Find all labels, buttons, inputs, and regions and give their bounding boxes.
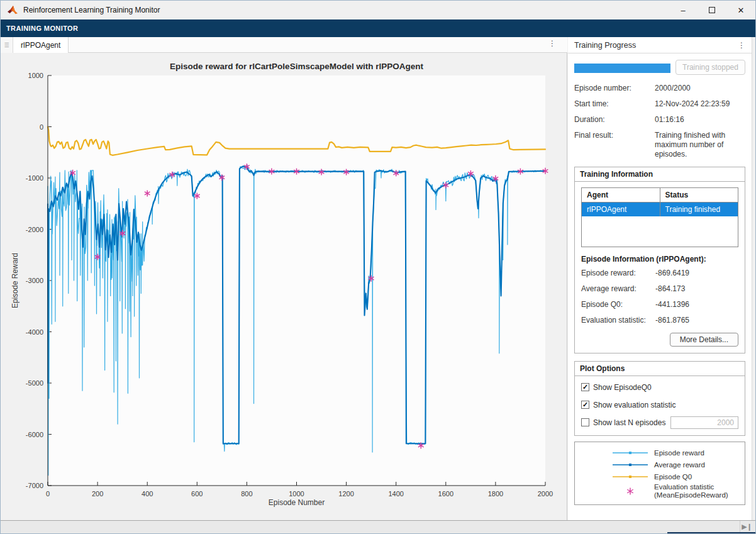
status-bar: ▶❙ <box>1 520 756 534</box>
last-n-episodes-input[interactable] <box>670 416 738 429</box>
panel-menu-icon[interactable]: ⋮ <box>738 41 745 50</box>
legend-label: Average reward <box>654 461 705 469</box>
episode-info-value: -869.6419 <box>655 269 689 284</box>
document-pane: ☰ rlPPOAgent ⋮ Episode reward for rlCart… <box>1 37 567 520</box>
episode-reward-chart: Episode reward for rlCartPoleSimscapeMod… <box>1 53 562 520</box>
tab-grip-handle[interactable]: ☰ <box>1 37 13 53</box>
episode-info-label: Episode Q0: <box>581 300 655 316</box>
legend-entry: Average reward <box>579 459 741 471</box>
table-empty-area <box>582 216 738 247</box>
training-information-title: Training Information <box>575 167 745 182</box>
close-button[interactable]: ✕ <box>726 1 755 19</box>
grip-icon: ☰ <box>4 42 9 48</box>
chart-legend: Episode rewardAverage rewardEpisode Q0Ev… <box>574 442 745 505</box>
summary-value: 01:16:16 <box>655 115 745 131</box>
doc-tab-label: rlPPOAgent <box>21 41 60 50</box>
summary-value: 12-Nov-2024 22:23:59 <box>655 99 745 115</box>
summary-label: Duration: <box>574 115 655 131</box>
episode-info-value: -861.8765 <box>655 316 689 331</box>
legend-line-sample <box>579 474 654 480</box>
episode-info-value: -864.173 <box>655 284 685 300</box>
training-progress-panel: Training Progress ⋮ Training stopped Epi… <box>568 37 752 520</box>
legend-label: Episode Q0 <box>654 473 692 481</box>
episode-info-row: Evaluation statistic:-861.8765 <box>581 316 738 331</box>
svg-text:-6000: -6000 <box>26 431 43 438</box>
plot-option-row: ✓Show evaluation statistic <box>581 396 738 414</box>
plot-option-row: Show last N episodes <box>581 414 738 431</box>
summary-row: Final result:Training finished with maxi… <box>574 131 745 159</box>
legend-entry: Episode reward <box>579 447 741 459</box>
svg-text:1200: 1200 <box>338 490 353 498</box>
window-title: Reinforcement Learning Training Monitor <box>23 6 160 14</box>
svg-text:400: 400 <box>142 490 153 498</box>
svg-text:-7000: -7000 <box>26 482 43 489</box>
svg-text:-1000: -1000 <box>26 174 43 182</box>
svg-text:1800: 1800 <box>488 490 503 498</box>
skip-end-icon[interactable]: ▶❙ <box>742 523 752 531</box>
legend-label: Episode reward <box>654 449 704 457</box>
panel-title: Training Progress <box>574 41 636 50</box>
training-summary: Episode number:2000/2000Start time:12-No… <box>574 84 745 159</box>
episode-information-rows: Episode reward:-869.6419Average reward:-… <box>581 269 738 331</box>
training-information-panel: Training Information Agent Status <box>574 167 745 353</box>
episode-info-label: Episode reward: <box>581 269 655 284</box>
col-header-status: Status <box>660 188 738 203</box>
table-row[interactable]: rlPPOAgent Training finished <box>582 203 738 217</box>
episode-info-row: Average reward:-864.173 <box>581 284 738 300</box>
right-gutter <box>753 37 756 520</box>
checkbox-show-episode-q0[interactable]: ✓ <box>581 383 589 391</box>
agent-status-table: Agent Status rlPPOAgent Training finishe… <box>581 187 738 247</box>
svg-text:-2000: -2000 <box>26 226 43 233</box>
legend-line-sample <box>579 450 654 456</box>
plot-options-title: Plot Options <box>575 362 745 376</box>
summary-label: Episode number: <box>574 84 655 99</box>
checkbox-show-evaluation-statistic[interactable]: ✓ <box>581 401 589 409</box>
checkbox-label: Show EpisodeQ0 <box>593 383 652 392</box>
training-progress-bar <box>574 64 670 73</box>
legend-entry: Episode Q0 <box>579 471 741 483</box>
document-tabstrip: ☰ rlPPOAgent ⋮ <box>1 37 567 53</box>
maximize-button[interactable] <box>698 1 726 19</box>
checkbox-show-last-n-episodes[interactable] <box>581 418 589 426</box>
svg-text:2000: 2000 <box>538 490 553 498</box>
svg-text:Episode Reward: Episode Reward <box>11 253 19 308</box>
matlab-logo-icon <box>7 5 18 15</box>
tab-options-menu-icon[interactable]: ⋮ <box>547 39 557 50</box>
legend-label: Evaluation statistic(MeanEpisodeReward) <box>654 483 728 499</box>
plot-options-panel: Plot Options ✓Show EpisodeQ0✓Show evalua… <box>574 361 745 436</box>
legend-entry: Evaluation statistic(MeanEpisodeReward) <box>579 483 741 499</box>
svg-text:Episode reward for rlCartPoleS: Episode reward for rlCartPoleSimscapeMod… <box>170 62 423 71</box>
toolstrip: TRAINING MONITOR <box>1 19 755 37</box>
svg-text:600: 600 <box>191 490 203 498</box>
title-bar: Reinforcement Learning Training Monitor … <box>1 1 755 19</box>
summary-row: Duration:01:16:16 <box>574 115 745 131</box>
summary-value: 2000/2000 <box>655 84 745 99</box>
svg-text:1000: 1000 <box>28 72 43 79</box>
training-stopped-button[interactable]: Training stopped <box>675 60 745 75</box>
tab-training-monitor[interactable]: TRAINING MONITOR <box>1 25 78 32</box>
svg-text:0: 0 <box>46 490 50 498</box>
agent-cell: rlPPOAgent <box>582 203 660 217</box>
plot-option-row: ✓Show EpisodeQ0 <box>581 379 738 396</box>
more-details-button[interactable]: More Details... <box>670 333 738 347</box>
episode-information-title: Episode Information (rlPPOAgent): <box>581 255 738 264</box>
svg-text:-3000: -3000 <box>26 277 43 284</box>
summary-row: Start time:12-Nov-2024 22:23:59 <box>574 99 745 115</box>
episode-info-label: Evaluation statistic: <box>581 316 655 331</box>
checkbox-label: Show last N episodes <box>593 418 665 427</box>
episode-info-label: Average reward: <box>581 284 655 300</box>
svg-text:1000: 1000 <box>289 490 304 498</box>
legend-line-sample <box>579 462 654 468</box>
summary-row: Episode number:2000/2000 <box>574 84 745 99</box>
progress-fill <box>574 64 670 73</box>
svg-text:Episode Number: Episode Number <box>269 498 325 507</box>
close-icon: ✕ <box>738 6 745 15</box>
svg-text:1600: 1600 <box>438 490 453 498</box>
tab-rlppoagent[interactable]: rlPPOAgent <box>13 37 69 53</box>
maximize-icon <box>709 7 715 13</box>
checkbox-label: Show evaluation statistic <box>593 401 675 409</box>
episode-info-value: -441.1396 <box>655 300 689 316</box>
svg-text:1400: 1400 <box>388 490 403 498</box>
summary-label: Final result: <box>574 131 655 159</box>
minimize-button[interactable]: – <box>669 1 698 19</box>
